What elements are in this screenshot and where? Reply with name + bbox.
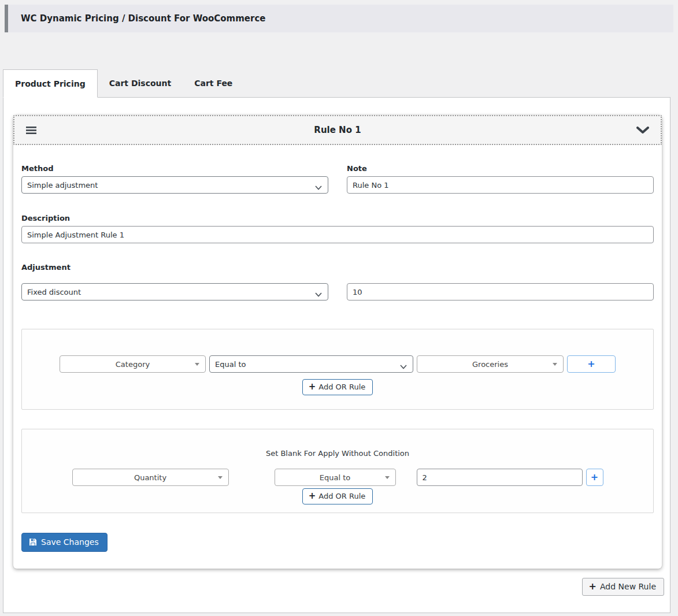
condition-field-select[interactable]: Category [60, 355, 206, 373]
condition-value-select[interactable]: Groceries [417, 355, 564, 373]
product-pricing-panel: Rule No 1 Method Simple adjustment [3, 97, 670, 613]
add-and-rule-button[interactable]: + [567, 355, 616, 373]
tab-cart-fee[interactable]: Cart Fee [183, 69, 244, 97]
plus-icon: + [309, 383, 316, 391]
dropdown-arrow-icon [553, 363, 557, 366]
save-changes-button[interactable]: Save Changes [21, 533, 108, 552]
add-or-rule-button[interactable]: + Add OR Rule [302, 379, 373, 395]
qty-condition-operator-select[interactable]: Equal to [275, 469, 396, 486]
qty-condition-field-select[interactable]: Quantity [72, 469, 229, 486]
plus-icon: + [589, 582, 597, 591]
note-label: Note [347, 164, 654, 173]
tab-product-pricing[interactable]: Product Pricing [3, 69, 98, 98]
plus-icon: + [591, 473, 598, 482]
adjustment-label: Adjustment [21, 263, 654, 272]
no-condition-hint: Set Blank For Apply Without Condition [22, 449, 653, 458]
product-conditions-box: Category Equal to Groceries [21, 329, 654, 410]
method-select[interactable]: Simple adjustment [21, 176, 328, 194]
rule-title: Rule No 1 [314, 125, 361, 135]
rule-body: Method Simple adjustment Note [13, 164, 662, 552]
plus-icon: + [587, 359, 595, 369]
rule-card: Rule No 1 Method Simple adjustment [13, 115, 662, 569]
purchase-conditions-box: Set Blank For Apply Without Condition Qu… [21, 429, 654, 513]
condition-operator-select[interactable]: Equal to [209, 355, 413, 373]
method-label: Method [21, 164, 328, 173]
plus-icon: + [309, 492, 316, 500]
select-chevron-icon [400, 362, 407, 371]
add-new-rule-button[interactable]: + Add New Rule [582, 578, 664, 596]
description-input[interactable] [21, 226, 654, 243]
chevron-down-icon[interactable] [636, 127, 649, 134]
dropdown-arrow-icon [218, 476, 223, 479]
adjustment-amount-input[interactable] [347, 283, 654, 300]
qty-add-or-rule-button[interactable]: + Add OR Rule [302, 488, 373, 504]
select-chevron-icon [315, 183, 322, 192]
drag-handle-icon[interactable] [26, 127, 36, 134]
select-chevron-icon [315, 290, 322, 299]
save-icon [29, 538, 37, 546]
page-header: WC Dynamic Pricing / Discount For WooCom… [5, 5, 673, 32]
adjustment-type-select[interactable]: Fixed discount [21, 283, 328, 300]
qty-add-and-rule-button[interactable]: + [586, 469, 603, 486]
dropdown-arrow-icon [385, 476, 390, 479]
description-label: Description [21, 214, 654, 222]
tab-cart-discount[interactable]: Cart Discount [98, 69, 183, 97]
rule-header: Rule No 1 [13, 115, 662, 145]
tab-bar: Product Pricing Cart Discount Cart Fee [3, 69, 670, 97]
page-title: WC Dynamic Pricing / Discount For WooCom… [21, 13, 265, 24]
note-input[interactable] [347, 176, 654, 194]
dropdown-arrow-icon [195, 363, 199, 366]
qty-condition-value-input[interactable] [417, 469, 583, 486]
